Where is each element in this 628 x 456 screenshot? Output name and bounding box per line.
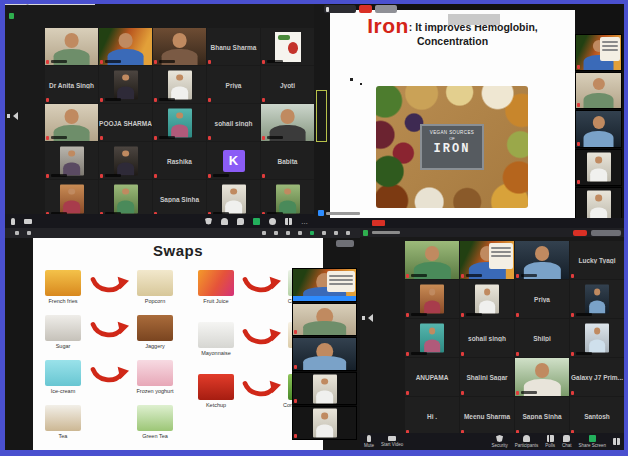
name-label-bar — [411, 352, 427, 355]
filmstrip-thumbnail[interactable] — [292, 268, 357, 302]
profile-photo — [168, 108, 192, 137]
filmstrip-thumbnail[interactable] — [575, 34, 622, 71]
toolbar-icon[interactable] — [298, 231, 302, 235]
participant-tile[interactable] — [515, 358, 569, 396]
participant-tile[interactable] — [460, 280, 514, 318]
speaker-volume-icon[interactable] — [7, 112, 16, 120]
person-silhouette — [422, 285, 441, 314]
participant-tile[interactable]: Priya — [515, 280, 569, 318]
toolbar-icon[interactable] — [322, 231, 326, 235]
participant-tile[interactable]: Galaxy J7 Prim... — [570, 358, 624, 396]
participants-button[interactable]: Participants — [515, 435, 539, 448]
reactions-icon[interactable] — [285, 218, 292, 225]
extra-button[interactable] — [613, 438, 620, 446]
participant-tile[interactable] — [515, 241, 569, 279]
participant-tile[interactable] — [45, 28, 98, 65]
participants-icon[interactable] — [221, 218, 228, 225]
participant-tile[interactable] — [99, 66, 152, 103]
zoom-window-gallery-2: Lucky TyagiPriyasohail singhShilpiANUPAM… — [360, 228, 624, 450]
participant-tile[interactable] — [570, 319, 624, 357]
stop-record-button[interactable] — [359, 5, 372, 13]
participant-tile[interactable] — [45, 142, 98, 179]
participant-tile[interactable] — [45, 180, 98, 217]
participant-tile[interactable]: Jyoti — [261, 66, 314, 103]
filmstrip-thumbnail[interactable] — [575, 72, 622, 109]
participant-tile[interactable]: Hi . — [405, 397, 459, 435]
toolbar-icon[interactable] — [27, 231, 31, 235]
food-caption: Fruit Juice — [191, 298, 241, 304]
filmstrip-thumbnail[interactable] — [292, 372, 357, 406]
polls-button[interactable]: Polls — [545, 435, 555, 448]
participant-tile[interactable]: POOJA SHARMA — [99, 104, 152, 141]
profile-photo — [587, 191, 611, 220]
toolbar-icon[interactable] — [274, 231, 278, 235]
participant-tile[interactable]: sohail singh — [207, 104, 260, 141]
participant-tile[interactable] — [460, 241, 514, 279]
toolbar-icon[interactable] — [334, 231, 338, 235]
participant-tile[interactable] — [261, 180, 314, 217]
participant-tile[interactable]: Shilpi — [515, 319, 569, 357]
participant-tile[interactable]: Bhanu Sharma — [207, 28, 260, 65]
participant-tile[interactable]: Priya — [207, 66, 260, 103]
new-share-icon[interactable] — [310, 231, 314, 235]
person-silhouette — [116, 70, 135, 99]
participant-tile[interactable]: K — [207, 142, 260, 179]
participant-tile[interactable] — [153, 66, 206, 103]
participant-tile[interactable] — [261, 104, 314, 141]
more-icon[interactable] — [346, 231, 350, 235]
participant-tile[interactable]: Sapna Sinha — [515, 397, 569, 435]
profile-photo — [475, 285, 499, 314]
speaker-volume-icon[interactable] — [362, 314, 371, 322]
participant-tile[interactable] — [405, 280, 459, 318]
participant-tile[interactable] — [207, 180, 260, 217]
filmstrip-thumbnail[interactable] — [575, 149, 622, 186]
participant-tile[interactable] — [99, 180, 152, 217]
shared-screen-outline — [316, 90, 327, 142]
participant-tile[interactable]: Shalini Sagar — [460, 358, 514, 396]
participant-tile[interactable] — [261, 28, 314, 65]
participant-tile[interactable]: Dr Anita Singh — [45, 66, 98, 103]
more-icon[interactable]: … — [301, 218, 308, 225]
participant-tile[interactable] — [99, 28, 152, 65]
share-screen-icon[interactable] — [253, 218, 260, 225]
toolbar-icon[interactable] — [262, 231, 266, 235]
toolbar-icon[interactable] — [286, 231, 290, 235]
participant-tile[interactable]: Meenu Sharma — [460, 397, 514, 435]
participant-tile[interactable]: ANUPAMA — [405, 358, 459, 396]
filmstrip-thumbnail[interactable] — [292, 337, 357, 371]
start-video-button[interactable]: Start Video — [381, 436, 403, 447]
participant-tile[interactable]: Lucky Tyagi — [570, 241, 624, 279]
chat-button[interactable]: Chat — [562, 435, 572, 448]
participant-tile[interactable] — [153, 104, 206, 141]
mute-icon[interactable] — [11, 218, 15, 225]
filmstrip-thumbnail[interactable] — [575, 110, 622, 147]
record-icon[interactable] — [269, 218, 276, 225]
handheld-sign — [489, 243, 513, 269]
exit-fullscreen-button[interactable] — [375, 5, 397, 13]
participant-tile[interactable] — [405, 319, 459, 357]
mute-button[interactable]: Mute — [364, 435, 374, 448]
muted-mic-icon — [154, 174, 157, 178]
participant-tile[interactable]: sohail singh — [460, 319, 514, 357]
toolbar-icon[interactable] — [15, 231, 19, 235]
participant-tile[interactable]: Sapna Sinha — [153, 180, 206, 217]
name-label-bar — [521, 391, 537, 394]
filmstrip-thumbnail[interactable] — [292, 303, 357, 337]
hide-thumbnails-button[interactable] — [336, 240, 354, 247]
participant-tile[interactable] — [45, 104, 98, 141]
security-button[interactable]: Security — [491, 435, 507, 448]
participant-tile[interactable] — [153, 28, 206, 65]
participant-tile[interactable] — [99, 142, 152, 179]
participant-tile[interactable] — [570, 280, 624, 318]
filmstrip-thumbnail[interactable] — [292, 406, 357, 440]
participant-tile[interactable] — [405, 241, 459, 279]
share-screen-button[interactable]: Share Screen — [578, 435, 606, 448]
froyo-image — [137, 360, 173, 386]
participant-tile[interactable]: Rashika — [153, 142, 206, 179]
security-icon[interactable] — [205, 218, 212, 225]
participant-tile[interactable]: Babita — [261, 142, 314, 179]
video-icon[interactable] — [24, 219, 32, 224]
food-item: Frozen yoghurt — [129, 360, 181, 394]
chat-icon[interactable] — [237, 218, 244, 225]
participant-tile[interactable]: Santosh — [570, 397, 624, 435]
